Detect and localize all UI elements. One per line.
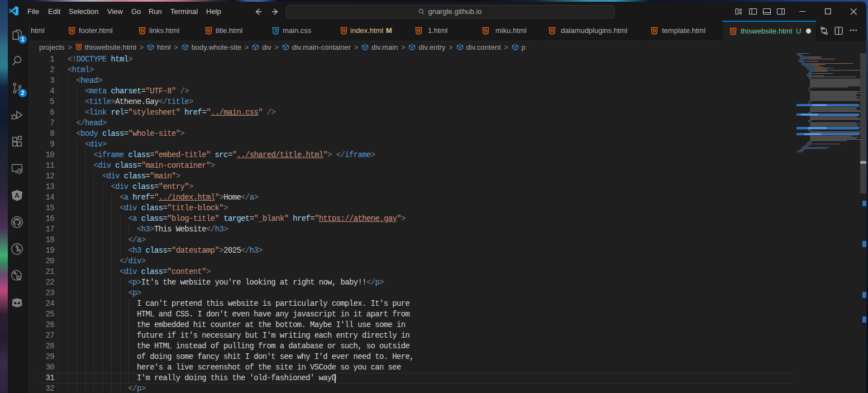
svg-text:A: A <box>15 192 20 200</box>
